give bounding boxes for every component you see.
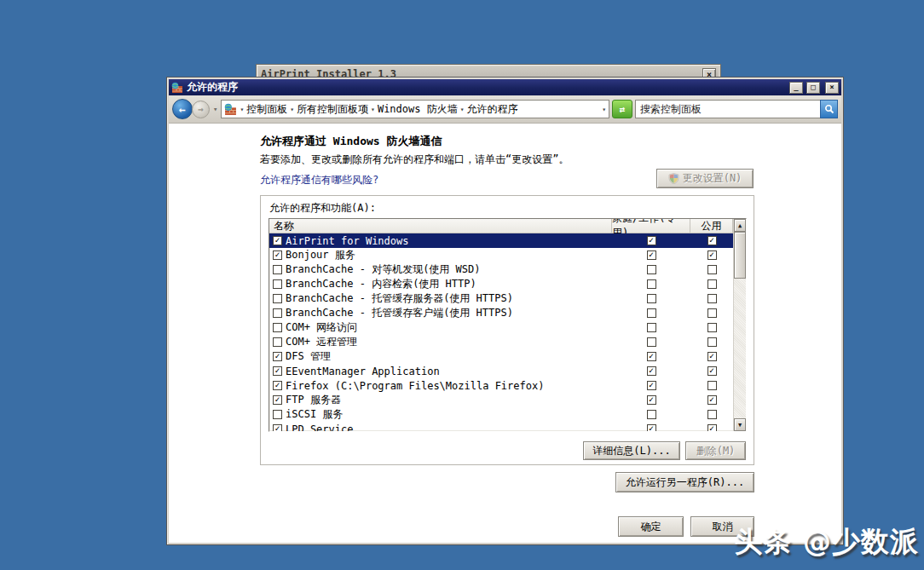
- public-checkbox[interactable]: [707, 410, 717, 419]
- programs-groupbox: 允许的程序和功能(A): 名称 家庭/工作(专用) 公用 AirPrint fo…: [260, 195, 754, 465]
- search-icon[interactable]: [820, 100, 838, 118]
- column-header-home-work[interactable]: 家庭/工作(专用): [612, 219, 690, 233]
- home-work-checkbox[interactable]: [647, 352, 656, 361]
- change-settings-button[interactable]: 更改设置(N): [656, 169, 754, 188]
- program-row[interactable]: BranchCache - 托管缓存客户端(使用 HTTPS): [269, 306, 733, 320]
- home-work-checkbox[interactable]: [647, 294, 656, 303]
- program-row[interactable]: DFS 管理: [269, 349, 733, 364]
- program-row[interactable]: Bonjour 服务: [269, 248, 733, 262]
- public-checkbox[interactable]: [707, 352, 717, 361]
- public-checkbox[interactable]: [707, 424, 717, 431]
- public-checkbox[interactable]: [707, 265, 717, 274]
- program-row[interactable]: FTP 服务器: [269, 393, 733, 407]
- program-row[interactable]: iSCSI 服务: [269, 407, 733, 422]
- list-scrollbar[interactable]: ▲ ▼: [733, 219, 746, 431]
- scroll-down-icon[interactable]: ▼: [734, 418, 746, 431]
- home-work-checkbox[interactable]: [647, 279, 656, 289]
- home-work-checkbox[interactable]: [647, 395, 656, 405]
- program-checkbox[interactable]: [273, 323, 282, 332]
- program-name: AirPrint for Windows: [286, 235, 409, 247]
- scrollbar-thumb[interactable]: [734, 232, 746, 279]
- program-checkbox[interactable]: [273, 236, 282, 245]
- home-work-checkbox[interactable]: [647, 250, 656, 260]
- program-checkbox[interactable]: [273, 279, 282, 289]
- list-label: 允许的程序和功能(A):: [269, 201, 376, 216]
- program-checkbox[interactable]: [273, 381, 282, 390]
- public-checkbox[interactable]: [707, 236, 717, 245]
- public-checkbox[interactable]: [707, 337, 717, 347]
- public-checkbox[interactable]: [707, 395, 717, 405]
- program-row[interactable]: BranchCache - 内容检索(使用 HTTP): [269, 277, 733, 291]
- home-work-checkbox[interactable]: [647, 236, 656, 245]
- public-checkbox[interactable]: [707, 366, 717, 376]
- home-work-checkbox[interactable]: [647, 323, 656, 332]
- ok-button[interactable]: 确定: [618, 516, 684, 537]
- program-checkbox[interactable]: [273, 250, 282, 260]
- public-checkbox[interactable]: [707, 308, 717, 318]
- home-work-checkbox[interactable]: [647, 308, 656, 318]
- programs-list: AirPrint for WindowsBonjour 服务BranchCach…: [269, 233, 733, 431]
- chevron-down-icon[interactable]: ▾: [460, 106, 465, 113]
- home-work-checkbox[interactable]: [647, 381, 656, 390]
- breadcrumb-windows-firewall[interactable]: Windows 防火墙: [378, 102, 458, 117]
- public-checkbox[interactable]: [707, 250, 717, 260]
- list-header: 名称 家庭/工作(专用) 公用: [269, 219, 733, 233]
- scroll-up-icon[interactable]: ▲: [734, 219, 746, 232]
- search-input[interactable]: [635, 100, 820, 118]
- program-name: LPD Service: [286, 423, 353, 432]
- programs-listbox: 名称 家庭/工作(专用) 公用 AirPrint for WindowsBonj…: [269, 218, 747, 432]
- risk-help-link[interactable]: 允许程序通信有哪些风险?: [260, 173, 378, 187]
- program-checkbox[interactable]: [273, 366, 282, 376]
- program-checkbox[interactable]: [273, 308, 282, 318]
- program-checkbox[interactable]: [273, 395, 282, 405]
- address-dropdown-icon[interactable]: ▾: [602, 106, 606, 113]
- details-button[interactable]: 详细信息(L)...: [583, 441, 680, 460]
- home-work-checkbox[interactable]: [647, 337, 656, 347]
- home-work-checkbox[interactable]: [647, 366, 656, 376]
- program-checkbox[interactable]: [273, 352, 282, 361]
- public-checkbox[interactable]: [707, 294, 717, 303]
- public-checkbox[interactable]: [707, 381, 717, 390]
- back-button[interactable]: ←: [172, 99, 193, 119]
- refresh-button[interactable]: ⇄: [612, 100, 632, 118]
- scrollbar-track[interactable]: [734, 279, 746, 418]
- breadcrumb-all-items[interactable]: 所有控制面板项: [297, 102, 368, 117]
- home-work-checkbox[interactable]: [647, 410, 656, 419]
- history-dropdown-icon[interactable]: ▾: [212, 105, 218, 113]
- program-checkbox[interactable]: [273, 265, 282, 274]
- forward-button[interactable]: →: [192, 101, 210, 118]
- program-row[interactable]: AirPrint for Windows: [269, 233, 733, 248]
- program-checkbox[interactable]: [273, 410, 282, 419]
- program-row[interactable]: COM+ 网络访问: [269, 320, 733, 335]
- address-bar[interactable]: ▾ 控制面板 ▾ 所有控制面板项 ▾ Windows 防火墙 ▾ 允许的程序 ▾: [221, 100, 609, 118]
- program-row[interactable]: BranchCache - 对等机发现(使用 WSD): [269, 262, 733, 277]
- remove-button[interactable]: 删除(M): [685, 441, 746, 460]
- program-row[interactable]: BranchCache - 托管缓存服务器(使用 HTTPS): [269, 291, 733, 306]
- program-row[interactable]: Firefox (C:\Program Files\Mozilla Firefo…: [269, 378, 733, 393]
- breadcrumb-control-panel[interactable]: 控制面板: [246, 102, 287, 117]
- program-row[interactable]: LPD Service: [269, 422, 733, 431]
- allow-another-program-button[interactable]: 允许运行另一程序(R)...: [615, 472, 754, 492]
- program-checkbox[interactable]: [273, 294, 282, 303]
- program-row[interactable]: COM+ 远程管理: [269, 335, 733, 349]
- window-title: 允许的程序: [187, 80, 786, 95]
- column-header-name[interactable]: 名称: [269, 219, 612, 233]
- maximize-button[interactable]: □: [806, 82, 820, 94]
- program-row[interactable]: EEventManager Application: [269, 364, 733, 378]
- column-header-public[interactable]: 公用: [690, 219, 733, 233]
- home-work-checkbox[interactable]: [647, 424, 656, 431]
- home-work-checkbox[interactable]: [647, 265, 656, 274]
- chevron-down-icon[interactable]: ▾: [290, 106, 294, 113]
- chevron-down-icon[interactable]: ▾: [371, 106, 375, 113]
- breadcrumb-allowed-programs[interactable]: 允许的程序: [467, 102, 518, 117]
- public-checkbox[interactable]: [707, 279, 717, 289]
- public-checkbox[interactable]: [707, 323, 717, 332]
- program-checkbox[interactable]: [273, 424, 282, 431]
- program-checkbox[interactable]: [273, 337, 282, 347]
- minimize-button[interactable]: _: [789, 82, 803, 94]
- navigation-toolbar: ← → ▾ ▾ 控制面板 ▾ 所有控制面板项 ▾ Windows 防火墙 ▾ 允…: [169, 95, 841, 124]
- titlebar[interactable]: 允许的程序 _ □ ×: [169, 79, 841, 95]
- close-button[interactable]: ×: [825, 82, 839, 94]
- chevron-down-icon[interactable]: ▾: [240, 106, 244, 113]
- program-name: BranchCache - 内容检索(使用 HTTP): [286, 277, 476, 291]
